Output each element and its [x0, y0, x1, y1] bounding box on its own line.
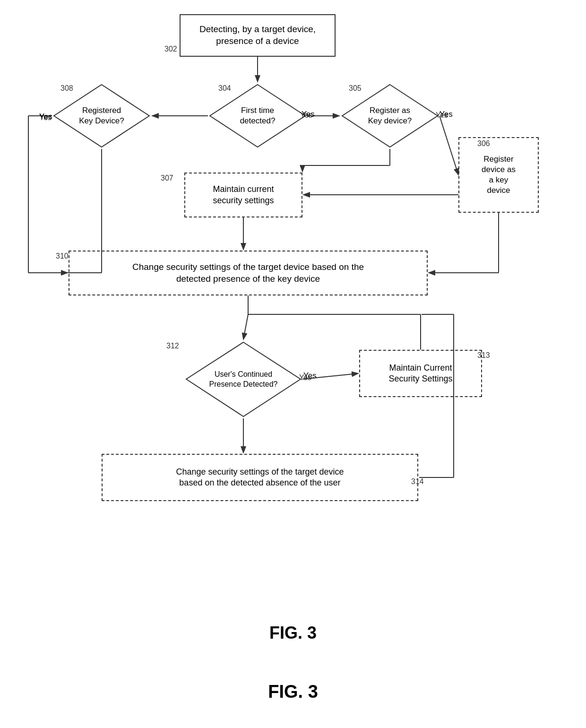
ref-312: 312 [166, 342, 179, 350]
node-312: User's ContinuedPresence Detected? [184, 340, 302, 418]
ref-313: 313 [477, 351, 490, 360]
node-305: Register asKey device? [340, 83, 440, 149]
ref-310: 310 [56, 252, 69, 260]
node-307: Maintain currentsecurity settings [184, 173, 302, 217]
node-313: Maintain CurrentSecurity Settings [359, 350, 482, 397]
ref-305: 305 [349, 84, 362, 93]
node-306: Register device as a key device [458, 137, 539, 213]
node-304: First timedetected? [208, 83, 307, 149]
yes-label-308: Yes [39, 112, 52, 121]
node-314: Change security settings of the target d… [102, 454, 418, 501]
yes-label-304: Yes [302, 110, 315, 119]
ref-304: 304 [218, 84, 231, 93]
ref-314: 314 [411, 477, 424, 486]
ref-307: 307 [161, 174, 173, 182]
node-310: Change security settings of the target d… [69, 251, 428, 295]
node-302: Detecting, by a target device, presence … [180, 14, 336, 57]
diagram-container: Detecting, by a target device, presence … [0, 0, 586, 671]
yes-label-305: Yes [440, 110, 453, 119]
yes-label-312: Yes [303, 371, 317, 381]
ref-308: 308 [60, 84, 73, 93]
figure-label: FIG. 3 [0, 623, 586, 643]
node-308: RegisteredKey Device? [52, 83, 151, 149]
fig-title: FIG. 3 [0, 682, 586, 702]
ref-302: 302 [164, 45, 177, 53]
ref-306: 306 [477, 139, 490, 148]
